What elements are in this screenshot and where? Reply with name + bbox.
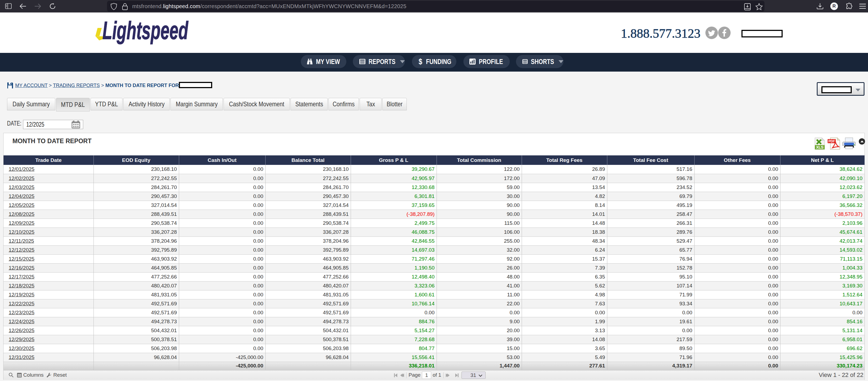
- svg-text:XLS: XLS: [816, 145, 823, 149]
- svg-text:PDF: PDF: [829, 139, 835, 143]
